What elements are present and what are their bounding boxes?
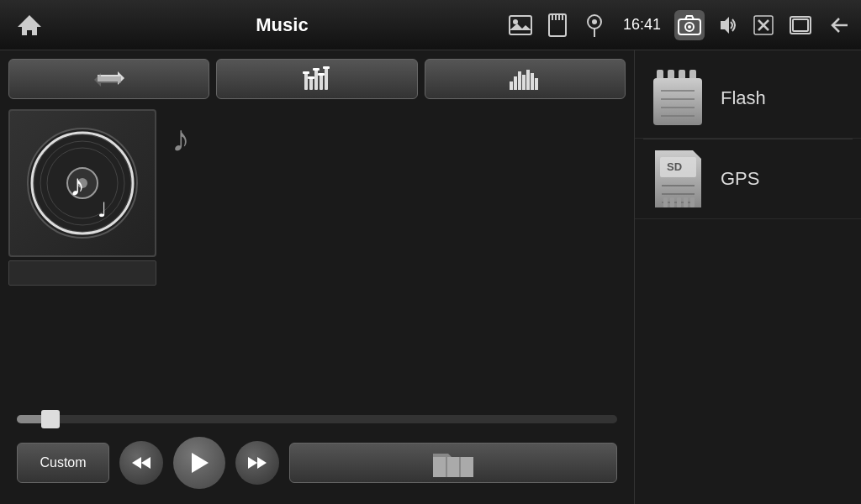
svg-rect-74: [690, 197, 695, 207]
svg-rect-36: [526, 70, 530, 90]
svg-marker-52: [248, 457, 257, 469]
progress-bar[interactable]: [17, 415, 617, 423]
music-note-decoration: ♪: [170, 109, 212, 160]
folder-button[interactable]: [289, 443, 617, 483]
close-button[interactable]: [748, 10, 779, 40]
svg-marker-49: [141, 457, 151, 469]
svg-rect-34: [518, 71, 521, 90]
svg-marker-15: [721, 17, 729, 34]
sidebar-item-flash[interactable]: Flash: [635, 59, 861, 139]
svg-text:SD: SD: [667, 160, 682, 173]
svg-rect-29: [313, 68, 320, 71]
svg-rect-22: [304, 73, 308, 90]
svg-rect-24: [314, 70, 318, 90]
svg-rect-38: [535, 78, 538, 90]
speaker-icon[interactable]: [711, 10, 742, 40]
album-art: ♪ ♩: [8, 109, 156, 257]
svg-text:♪: ♪: [70, 168, 85, 202]
svg-rect-27: [303, 71, 309, 74]
gps-icon: SD: [648, 150, 707, 208]
svg-text:♪: ♪: [172, 118, 190, 159]
top-icons: 16:41: [505, 10, 853, 40]
svg-marker-50: [132, 457, 141, 469]
main-content: ♪ ♩ ♪: [0, 50, 861, 504]
svg-rect-28: [308, 76, 314, 79]
screen-icon[interactable]: [785, 10, 816, 40]
flash-label: Flash: [721, 87, 766, 109]
svg-rect-25: [320, 75, 323, 90]
svg-rect-31: [323, 66, 330, 69]
svg-rect-37: [531, 73, 534, 90]
svg-rect-33: [514, 76, 517, 90]
top-bar: Music 1: [0, 0, 861, 50]
svg-rect-35: [522, 75, 526, 90]
progress-section: [8, 415, 626, 423]
svg-rect-73: [684, 197, 688, 207]
svg-rect-1: [510, 16, 531, 34]
time-display: 16:41: [623, 16, 661, 34]
home-button[interactable]: [8, 4, 50, 46]
svg-rect-72: [677, 197, 681, 207]
equalizer-button[interactable]: [216, 59, 417, 99]
right-sidebar: Flash SD: [634, 50, 861, 504]
svg-marker-0: [18, 15, 41, 35]
left-panel: ♪ ♩ ♪: [0, 50, 634, 504]
image-icon[interactable]: [505, 10, 536, 40]
sidebar-item-gps[interactable]: SD GPS: [635, 139, 861, 219]
svg-marker-53: [257, 457, 267, 469]
toolbar: [8, 59, 626, 99]
svg-rect-60: [653, 78, 702, 125]
forward-button[interactable]: [235, 441, 279, 485]
svg-rect-23: [309, 78, 313, 90]
location-icon[interactable]: [579, 10, 610, 40]
album-thumbnail: [8, 260, 156, 286]
back-button[interactable]: [822, 10, 853, 40]
gps-label: GPS: [721, 168, 759, 190]
svg-text:♩: ♩: [98, 198, 107, 221]
progress-thumb[interactable]: [41, 410, 60, 428]
svg-rect-30: [318, 73, 325, 76]
svg-point-10: [592, 19, 597, 24]
controls-row: Custom: [8, 430, 626, 496]
camera-button[interactable]: [674, 10, 705, 40]
flash-icon: [648, 69, 707, 128]
svg-rect-71: [670, 197, 674, 207]
svg-marker-3: [510, 24, 531, 30]
album-area: ♪ ♩ ♪: [8, 109, 626, 415]
play-button[interactable]: [173, 437, 225, 489]
rewind-button[interactable]: [119, 441, 163, 485]
repeat-button[interactable]: [8, 59, 209, 99]
custom-button[interactable]: Custom: [17, 443, 109, 483]
spectrum-button[interactable]: [425, 59, 626, 99]
page-title: Music: [59, 14, 505, 36]
sd-icon[interactable]: [542, 10, 573, 40]
svg-rect-70: [663, 197, 668, 207]
svg-rect-32: [510, 81, 513, 90]
svg-marker-51: [192, 453, 209, 473]
svg-rect-26: [325, 68, 328, 90]
svg-rect-20: [793, 19, 808, 31]
svg-point-14: [688, 25, 691, 29]
